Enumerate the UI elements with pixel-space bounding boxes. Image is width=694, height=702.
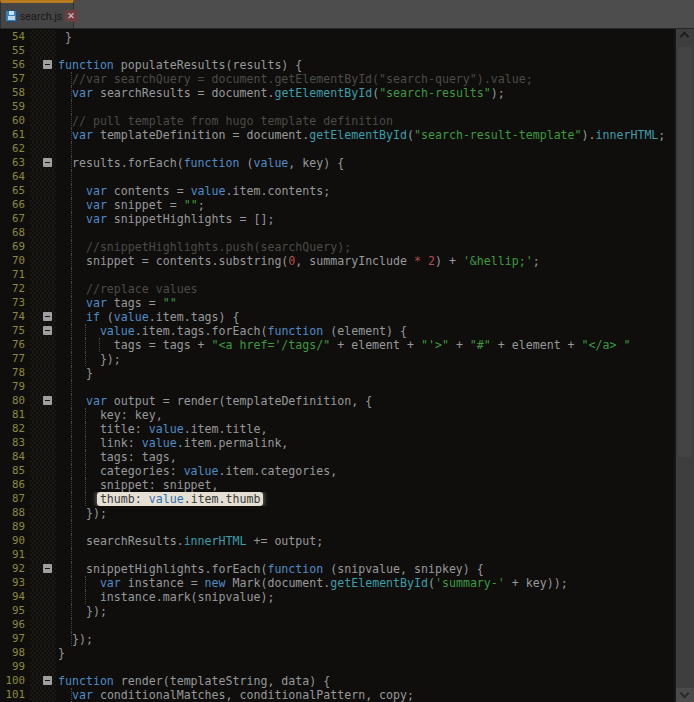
line-number[interactable]: 87 bbox=[0, 492, 30, 506]
close-icon[interactable]: ✕ bbox=[65, 10, 77, 22]
code-line[interactable]: 62 bbox=[0, 142, 674, 156]
code-line[interactable]: 87 thumb: value.item.thumb bbox=[0, 492, 674, 506]
code-line[interactable]: 56function populateResults(results) { bbox=[0, 58, 674, 72]
code-line[interactable]: 90 searchResults.innerHTML += output; bbox=[0, 534, 674, 548]
code-line[interactable]: 76 tags = tags + "<a href='/tags/" + ele… bbox=[0, 338, 674, 352]
fold-collapse-icon[interactable] bbox=[43, 326, 52, 335]
line-number[interactable]: 73 bbox=[0, 296, 30, 310]
line-number[interactable]: 89 bbox=[0, 520, 30, 534]
code-line[interactable]: 99 bbox=[0, 660, 674, 674]
line-number[interactable]: 97 bbox=[0, 632, 30, 646]
fold-collapse-icon[interactable] bbox=[43, 396, 52, 405]
code-line[interactable]: 77 }); bbox=[0, 352, 674, 366]
line-number[interactable]: 59 bbox=[0, 100, 30, 114]
line-number[interactable]: 78 bbox=[0, 366, 30, 380]
code-line[interactable]: 60 // pull template from hugo template d… bbox=[0, 114, 674, 128]
line-number[interactable]: 55 bbox=[0, 44, 30, 58]
code-line[interactable]: 98} bbox=[0, 646, 674, 660]
code-line[interactable]: 94 instance.mark(snipvalue); bbox=[0, 590, 674, 604]
code-line[interactable]: 69 //snippetHighlights.push(searchQuery)… bbox=[0, 240, 674, 254]
line-number[interactable]: 81 bbox=[0, 408, 30, 422]
line-number[interactable]: 90 bbox=[0, 534, 30, 548]
line-number[interactable]: 70 bbox=[0, 254, 30, 268]
line-number[interactable]: 63 bbox=[0, 156, 30, 170]
line-number[interactable]: 101 bbox=[0, 688, 30, 702]
code-line[interactable]: 80 var output = render(templateDefinitio… bbox=[0, 394, 674, 408]
active-tab-search-js[interactable]: search.js ✕ bbox=[0, 0, 74, 28]
line-number[interactable]: 88 bbox=[0, 506, 30, 520]
code-line[interactable]: 72 //replace values bbox=[0, 282, 674, 296]
fold-collapse-icon[interactable] bbox=[43, 564, 52, 573]
line-number[interactable]: 58 bbox=[0, 86, 30, 100]
line-number[interactable]: 80 bbox=[0, 394, 30, 408]
line-number[interactable]: 68 bbox=[0, 226, 30, 240]
vertical-scrollbar[interactable] bbox=[674, 29, 694, 702]
code-line[interactable]: 66 var snippet = ""; bbox=[0, 198, 674, 212]
line-number[interactable]: 56 bbox=[0, 58, 30, 72]
code-line[interactable]: 92 snippetHighlights.forEach(function (s… bbox=[0, 562, 674, 576]
line-number[interactable]: 77 bbox=[0, 352, 30, 366]
code-line[interactable]: 97 }); bbox=[0, 632, 674, 646]
code-line[interactable]: 88 }); bbox=[0, 506, 674, 520]
code-line[interactable]: 63 results.forEach(function (value, key)… bbox=[0, 156, 674, 170]
code-line[interactable]: 89 bbox=[0, 520, 674, 534]
code-line[interactable]: 61 var templateDefinition = document.get… bbox=[0, 128, 674, 142]
line-number[interactable]: 99 bbox=[0, 660, 30, 674]
code-line[interactable]: 82 title: value.item.title, bbox=[0, 422, 674, 436]
code-line[interactable]: 73 var tags = "" bbox=[0, 296, 674, 310]
line-number[interactable]: 67 bbox=[0, 212, 30, 226]
line-number[interactable]: 57 bbox=[0, 72, 30, 86]
fold-collapse-icon[interactable] bbox=[43, 676, 52, 685]
line-number[interactable]: 76 bbox=[0, 338, 30, 352]
code-line[interactable]: 65 var contents = value.item.contents; bbox=[0, 184, 674, 198]
line-number[interactable]: 74 bbox=[0, 310, 30, 324]
line-number[interactable]: 82 bbox=[0, 422, 30, 436]
code-line[interactable]: 93 var instance = new Mark(document.getE… bbox=[0, 576, 674, 590]
line-number[interactable]: 98 bbox=[0, 646, 30, 660]
code-line[interactable]: 96 bbox=[0, 618, 674, 632]
code-line[interactable]: 83 link: value.item.permalink, bbox=[0, 436, 674, 450]
line-number[interactable]: 93 bbox=[0, 576, 30, 590]
code-line[interactable]: 91 bbox=[0, 548, 674, 562]
line-number[interactable]: 69 bbox=[0, 240, 30, 254]
line-number[interactable]: 75 bbox=[0, 324, 30, 338]
code-line[interactable]: 75 value.item.tags.forEach(function (ele… bbox=[0, 324, 674, 338]
code-line[interactable]: 85 categories: value.item.categories, bbox=[0, 464, 674, 478]
code-line[interactable]: 58 var searchResults = document.getEleme… bbox=[0, 86, 674, 100]
code-editor[interactable]: 54 }5556function populateResults(results… bbox=[0, 30, 674, 702]
scrollbar-up-icon[interactable] bbox=[680, 32, 690, 42]
line-number[interactable]: 79 bbox=[0, 380, 30, 394]
line-number[interactable]: 91 bbox=[0, 548, 30, 562]
line-number[interactable]: 71 bbox=[0, 268, 30, 282]
code-line[interactable]: 64 bbox=[0, 170, 674, 184]
scrollbar-thumb[interactable] bbox=[678, 47, 692, 457]
code-line[interactable]: 68 bbox=[0, 226, 674, 240]
code-line[interactable]: 86 snippet: snippet, bbox=[0, 478, 674, 492]
line-number[interactable]: 54 bbox=[0, 30, 30, 44]
fold-collapse-icon[interactable] bbox=[43, 60, 52, 69]
fold-collapse-icon[interactable] bbox=[43, 312, 52, 321]
fold-collapse-icon[interactable] bbox=[43, 158, 52, 167]
line-number[interactable]: 84 bbox=[0, 450, 30, 464]
code-line[interactable]: 71 bbox=[0, 268, 674, 282]
code-line[interactable]: 84 tags: tags, bbox=[0, 450, 674, 464]
code-line[interactable]: 55 bbox=[0, 44, 674, 58]
code-line[interactable]: 54 } bbox=[0, 30, 674, 44]
line-number[interactable]: 96 bbox=[0, 618, 30, 632]
line-number[interactable]: 86 bbox=[0, 478, 30, 492]
line-number[interactable]: 92 bbox=[0, 562, 30, 576]
code-line[interactable]: 67 var snippetHighlights = []; bbox=[0, 212, 674, 226]
line-number[interactable]: 65 bbox=[0, 184, 30, 198]
line-number[interactable]: 85 bbox=[0, 464, 30, 478]
line-number[interactable]: 83 bbox=[0, 436, 30, 450]
line-number[interactable]: 64 bbox=[0, 170, 30, 184]
code-line[interactable]: 59 bbox=[0, 100, 674, 114]
code-line[interactable]: 78 } bbox=[0, 366, 674, 380]
code-line[interactable]: 81 key: key, bbox=[0, 408, 674, 422]
line-number[interactable]: 94 bbox=[0, 590, 30, 604]
code-line[interactable]: 79 bbox=[0, 380, 674, 394]
line-number[interactable]: 60 bbox=[0, 114, 30, 128]
code-line[interactable]: 74 if (value.item.tags) { bbox=[0, 310, 674, 324]
line-number[interactable]: 100 bbox=[0, 674, 30, 688]
code-line[interactable]: 95 }); bbox=[0, 604, 674, 618]
